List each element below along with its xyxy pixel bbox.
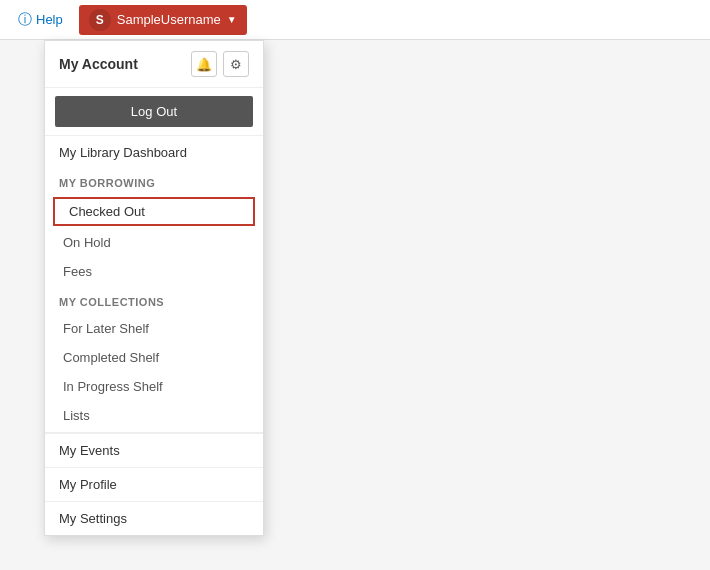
help-label: Help xyxy=(36,12,63,27)
notification-button[interactable]: 🔔 xyxy=(191,51,217,77)
chevron-down-icon: ▼ xyxy=(227,14,237,25)
username-label: SampleUsername xyxy=(117,12,221,27)
bell-icon: 🔔 xyxy=(196,57,212,72)
fees-link[interactable]: Fees xyxy=(45,257,263,286)
my-collections-label: MY COLLECTIONS xyxy=(45,288,263,312)
menu-header: My Account 🔔 ⚙ xyxy=(45,41,263,88)
avatar: S xyxy=(89,9,111,31)
logout-button[interactable]: Log Out xyxy=(55,96,253,127)
library-dashboard-link[interactable]: My Library Dashboard xyxy=(45,135,263,169)
user-menu-button[interactable]: S SampleUsername ▼ xyxy=(79,5,247,35)
menu-title: My Account xyxy=(59,56,138,72)
my-profile-link[interactable]: My Profile xyxy=(45,467,263,501)
for-later-shelf-link[interactable]: For Later Shelf xyxy=(45,314,263,343)
in-progress-shelf-link[interactable]: In Progress Shelf xyxy=(45,372,263,401)
lists-link[interactable]: Lists xyxy=(45,401,263,430)
settings-button[interactable]: ⚙ xyxy=(223,51,249,77)
on-hold-link[interactable]: On Hold xyxy=(45,228,263,257)
completed-shelf-link[interactable]: Completed Shelf xyxy=(45,343,263,372)
my-settings-link[interactable]: My Settings xyxy=(45,501,263,535)
menu-icon-group: 🔔 ⚙ xyxy=(191,51,249,77)
my-borrowing-label: MY BORROWING xyxy=(45,169,263,193)
my-collections-section: For Later Shelf Completed Shelf In Progr… xyxy=(45,312,263,432)
my-events-link[interactable]: My Events xyxy=(45,433,263,467)
help-button[interactable]: ⓘ Help xyxy=(10,7,71,33)
my-borrowing-section: Checked Out On Hold Fees xyxy=(45,193,263,288)
help-icon: ⓘ xyxy=(18,11,32,29)
account-dropdown: My Account 🔔 ⚙ Log Out My Library Dashbo… xyxy=(44,40,264,536)
checked-out-link[interactable]: Checked Out xyxy=(53,197,255,226)
top-bar: ⓘ Help S SampleUsername ▼ xyxy=(0,0,710,40)
gear-icon: ⚙ xyxy=(230,57,242,72)
